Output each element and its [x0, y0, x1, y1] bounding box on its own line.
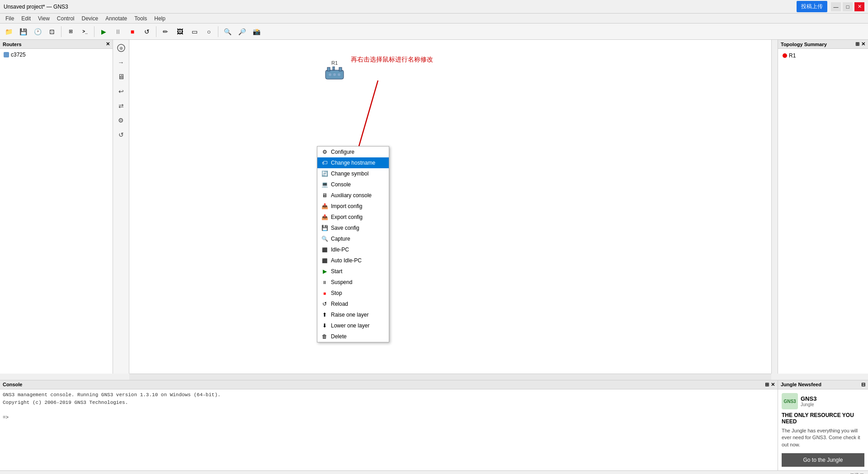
jungle-sub-text: Jungle	[801, 402, 816, 407]
ctx-aux-console[interactable]: 🖥 Auxiliary console	[317, 190, 389, 201]
jungle-brand: GNS3 Jungle	[801, 395, 816, 407]
topology-header: Topology Summary ⊞ ✕	[778, 40, 868, 49]
pause-button[interactable]: ⏸	[111, 25, 125, 38]
canvas-wrapper[interactable]: R1 再右击选择鼠标进行名称修改	[129, 40, 771, 374]
jungle-logo-row: GNS3 GNS3 Jungle	[782, 393, 864, 409]
icon-gear[interactable]: ⚙	[115, 114, 127, 127]
ctx-idle-pc[interactable]: ⬛ Idle-PC	[317, 244, 389, 255]
play-button[interactable]: ▶	[97, 25, 110, 38]
toolbar-separator-1	[61, 26, 61, 37]
ctx-import[interactable]: 📥 Import config	[317, 201, 389, 212]
console-panel: Console ⊞ ✕ GNS3 management console. Run…	[0, 380, 778, 470]
ctx-auto-idle[interactable]: ⬛ Auto Idle-PC	[317, 255, 389, 266]
ctx-capture[interactable]: 🔍 Capture	[317, 233, 389, 244]
console-button[interactable]: >_	[78, 25, 92, 38]
export-icon: 📤	[321, 213, 328, 221]
ctx-configure-label: Configure	[331, 149, 354, 155]
topo-item-r1[interactable]: R1	[780, 51, 866, 61]
lower-icon: ⬇	[321, 322, 328, 329]
status-bar: X:-111.0 Y:-149.0 Z: 1.0 亿迅云	[0, 470, 868, 474]
router-r1[interactable]: R1	[324, 60, 345, 81]
jungle-panel: Jungle Newsfeed ⊟ GNS3 GNS3 Jungle THE O…	[778, 380, 868, 470]
ctx-console[interactable]: 💻 Console	[317, 179, 389, 190]
topology-float[interactable]: ⊞	[855, 41, 859, 47]
console-line-1: GNS3 management console. Running GNS3 ve…	[3, 391, 775, 399]
save-button[interactable]: 💾	[16, 25, 30, 38]
upload-button[interactable]: 投稿上传	[797, 1, 827, 12]
menu-file[interactable]: File	[2, 14, 18, 23]
ctx-delete[interactable]: 🗑 Delete	[317, 331, 389, 342]
menu-edit[interactable]: Edit	[18, 14, 34, 23]
terminal-button[interactable]: ⊞	[64, 25, 77, 38]
screenshot-button[interactable]: ⊡	[45, 25, 59, 38]
start-icon: ▶	[321, 268, 328, 275]
jungle-tagline: THE ONLY RESOURCE YOU NEED	[782, 412, 864, 425]
icon-back[interactable]: ↩	[115, 85, 127, 98]
recent-button[interactable]: 🕐	[31, 25, 44, 38]
stop-icon: ■	[321, 289, 328, 297]
reload-button[interactable]: ↺	[140, 25, 154, 38]
snapshot-button[interactable]: 📸	[250, 25, 263, 38]
menu-device[interactable]: Device	[78, 14, 102, 23]
stop-button[interactable]: ■	[126, 25, 139, 38]
open-folder-button[interactable]: 📁	[2, 25, 15, 38]
routers-close[interactable]: ✕	[106, 41, 110, 47]
rect-button[interactable]: ▭	[188, 25, 201, 38]
ctx-stop[interactable]: ■ Stop	[317, 288, 389, 299]
menu-help[interactable]: Help	[151, 14, 169, 23]
console-header: Console ⊞ ✕	[0, 380, 778, 389]
routers-label: Routers	[3, 42, 22, 47]
menu-annotate[interactable]: Annotate	[102, 14, 131, 23]
menu-tools[interactable]: Tools	[131, 14, 151, 23]
icon-forward[interactable]: ⇄	[115, 100, 127, 112]
import-icon: 📥	[321, 203, 328, 210]
app-title: Unsaved project* — GNS3	[4, 4, 68, 10]
icon-monitor[interactable]: 🖥	[115, 71, 127, 83]
ctx-suspend-label: Suspend	[331, 279, 352, 285]
image-button[interactable]: 🖼	[173, 25, 187, 38]
router-name: c3725	[11, 52, 26, 58]
minimize-button[interactable]: —	[831, 2, 841, 11]
icon-spin[interactable]: ↺	[115, 128, 127, 141]
menu-view[interactable]: View	[34, 14, 53, 23]
ctx-change-symbol[interactable]: 🔄 Change symbol	[317, 168, 389, 179]
icon-router[interactable]: ⊕	[115, 42, 127, 54]
canvas-scrollbar[interactable]	[771, 40, 778, 374]
ctx-save-label: Save config	[331, 225, 359, 231]
menu-control[interactable]: Control	[53, 14, 78, 23]
ctx-aux-label: Auxiliary console	[331, 192, 372, 199]
jungle-brand-name: GNS3	[801, 395, 816, 402]
svg-rect-5	[339, 67, 342, 71]
ctx-configure[interactable]: ⚙ Configure	[317, 147, 389, 157]
ctx-export[interactable]: 📤 Export config	[317, 212, 389, 223]
jungle-goto-button[interactable]: Go to the Jungle	[782, 453, 864, 467]
ctx-reload[interactable]: ↺ Reload	[317, 299, 389, 309]
zoom-in-button[interactable]: 🔍	[221, 25, 234, 38]
close-button[interactable]: ✕	[854, 2, 864, 11]
topology-close[interactable]: ✕	[861, 41, 865, 47]
console-prompt: =>	[3, 414, 775, 422]
toolbar: 📁 💾 🕐 ⊡ ⊞ >_ ▶ ⏸ ■ ↺ ✏ 🖼 ▭ ○ 🔍 🔎 📸	[0, 24, 868, 40]
canvas-hscroll[interactable]	[129, 374, 771, 380]
ctx-start[interactable]: ▶ Start	[317, 266, 389, 277]
jungle-expand[interactable]: ⊟	[861, 382, 865, 388]
ctx-lower-layer[interactable]: ⬇ Lower one layer	[317, 320, 389, 331]
router-item-c3725[interactable]: c3725	[2, 51, 111, 59]
ctx-delete-label: Delete	[331, 333, 347, 340]
edit-button[interactable]: ✏	[159, 25, 172, 38]
console-float[interactable]: ⊞	[765, 382, 769, 388]
symbol-icon: 🔄	[321, 170, 328, 177]
jungle-logo: GNS3	[782, 393, 798, 409]
ctx-change-hostname[interactable]: 🏷 Change hostname	[317, 157, 389, 168]
ctx-save-config[interactable]: 💾 Save config	[317, 223, 389, 233]
zoom-out-button[interactable]: 🔎	[235, 25, 249, 38]
console-close[interactable]: ✕	[771, 382, 775, 388]
svg-point-8	[338, 73, 340, 76]
icon-arrow[interactable]: →	[115, 56, 127, 69]
ctx-raise-layer[interactable]: ⬆ Raise one layer	[317, 309, 389, 320]
ellipse-button[interactable]: ○	[202, 25, 216, 38]
ctx-lower-label: Lower one layer	[331, 322, 369, 329]
maximize-button[interactable]: □	[843, 2, 853, 11]
ctx-suspend[interactable]: ⏸ Suspend	[317, 277, 389, 288]
toolbar-separator-3	[156, 26, 156, 37]
